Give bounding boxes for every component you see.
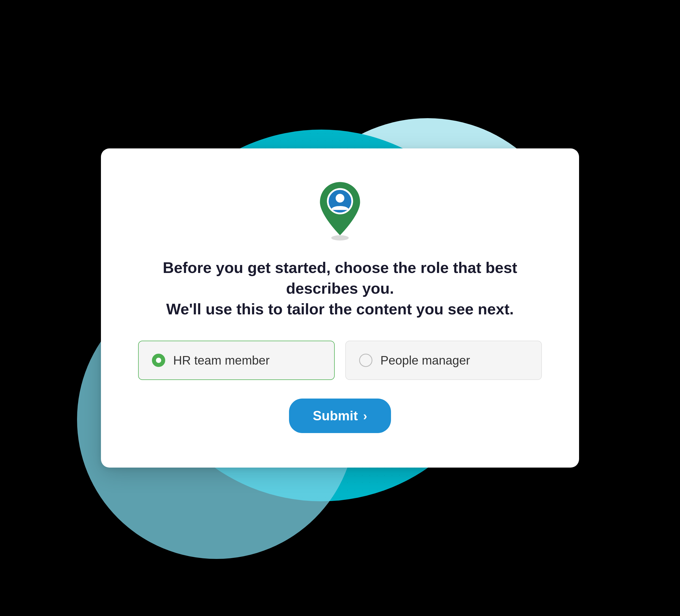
options-row: HR team member People manager xyxy=(138,341,542,380)
card-title-line2: We'll use this to tailor the content you… xyxy=(166,300,514,318)
submit-label: Submit xyxy=(313,408,358,423)
svg-point-2 xyxy=(336,194,344,202)
option-hr-team-member[interactable]: HR team member xyxy=(138,341,335,380)
option-people-manager-label: People manager xyxy=(380,353,470,368)
card-title-line1: Before you get started, choose the role … xyxy=(163,259,517,297)
scene: Before you get started, choose the role … xyxy=(48,29,632,587)
card-title: Before you get started, choose the role … xyxy=(154,257,526,320)
option-people-manager[interactable]: People manager xyxy=(345,341,542,380)
option-hr-team-member-label: HR team member xyxy=(173,353,270,368)
radio-unchecked-icon xyxy=(359,354,372,367)
submit-button[interactable]: Submit › xyxy=(289,399,391,433)
svg-point-0 xyxy=(331,235,349,240)
location-pin-icon xyxy=(313,180,367,241)
role-selection-card: Before you get started, choose the role … xyxy=(101,148,579,468)
radio-checked-icon xyxy=(152,354,165,367)
chevron-right-icon: › xyxy=(363,409,367,423)
